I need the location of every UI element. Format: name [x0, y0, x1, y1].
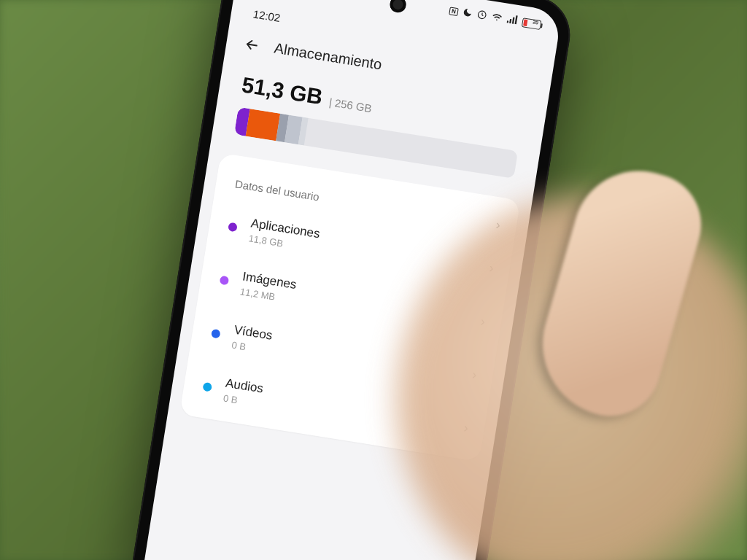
battery-icon: 20 — [522, 18, 542, 30]
chevron-right-icon: › — [479, 314, 486, 330]
signal-icon — [506, 14, 519, 27]
clock-icon — [476, 9, 487, 23]
categories-card: Datos del usuario › Aplicaciones 11,8 GB… — [179, 153, 521, 462]
chevron-right-icon: › — [471, 367, 478, 383]
dot-icon — [228, 222, 238, 233]
svg-rect-3 — [512, 18, 515, 24]
chevron-right-icon: › — [495, 217, 501, 233]
nfc-icon: N — [449, 7, 458, 16]
svg-rect-1 — [506, 20, 508, 23]
storage-seg-system — [245, 109, 280, 141]
dot-icon — [202, 382, 212, 392]
battery-percent: 20 — [533, 19, 539, 25]
dot-icon — [211, 329, 221, 339]
chevron-right-icon: › — [488, 260, 495, 276]
chevron-right-icon: › — [462, 420, 469, 436]
dot-icon — [220, 276, 230, 286]
svg-rect-2 — [509, 19, 511, 23]
dnd-moon-icon — [462, 7, 473, 20]
wifi-icon — [490, 11, 503, 25]
storage-total-value: | 256 GB — [328, 96, 373, 114]
svg-rect-4 — [515, 15, 518, 24]
storage-used-value: 51,3 GB — [240, 72, 325, 109]
back-arrow-icon[interactable] — [243, 35, 261, 53]
